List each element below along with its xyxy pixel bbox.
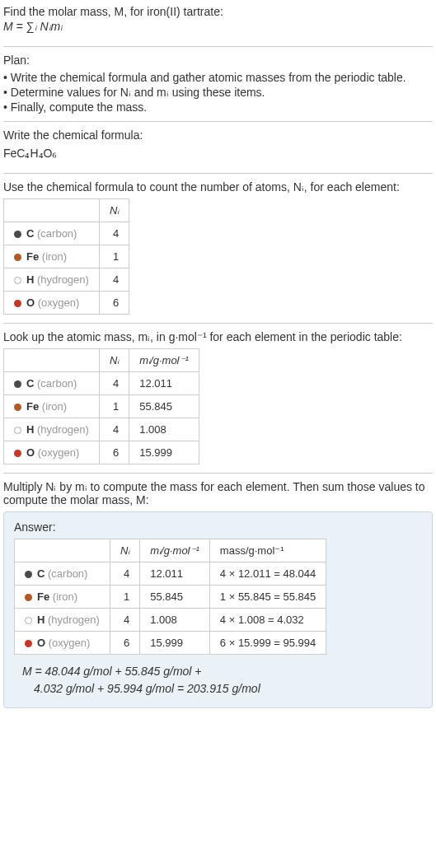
elem-name: (iron) [42, 250, 67, 263]
divider [3, 173, 433, 174]
mi-value: 12.011 [140, 562, 210, 586]
intro-formula: M = ∑ᵢ Nᵢmᵢ [3, 18, 433, 40]
mi-value: 55.845 [129, 395, 199, 418]
mass-block: Look up the atomic mass, mᵢ, in g·mol⁻¹ … [3, 330, 433, 464]
iron-dot-icon [25, 594, 32, 601]
elem-symbol: C [26, 377, 34, 390]
col-ni: Nᵢ [99, 199, 129, 222]
oxygen-dot-icon [14, 300, 21, 307]
compute-title: Multiply Nᵢ by mᵢ to compute the mass fo… [3, 480, 433, 506]
mi-value: 12.011 [129, 372, 199, 395]
table-row: O (oxygen) 6 [4, 292, 129, 315]
answer-box: Answer: Nᵢ mᵢ/g·mol⁻¹ mass/g·mol⁻¹ C (ca… [3, 511, 433, 708]
table-row: Fe (iron) 1 55.845 [4, 395, 199, 418]
mass-calc: 1 × 55.845 = 55.845 [209, 586, 326, 609]
count-block: Use the chemical formula to count the nu… [3, 180, 433, 315]
mi-value: 15.999 [129, 441, 199, 464]
ni-value: 6 [99, 441, 129, 464]
divider [3, 323, 433, 324]
mass-calc: 4 × 1.008 = 4.032 [209, 609, 326, 632]
ni-value: 1 [110, 586, 139, 609]
final-equation: M = 48.044 g/mol + 55.845 g/mol + 4.032 … [22, 663, 422, 698]
ni-value: 6 [99, 292, 129, 315]
mi-value: 1.008 [129, 418, 199, 441]
iron-dot-icon [14, 254, 21, 261]
mass-title: Look up the atomic mass, mᵢ, in g·mol⁻¹ … [3, 330, 433, 343]
plan-list: • Write the chemical formula and gather … [3, 70, 433, 114]
hydrogen-dot-icon [14, 277, 21, 284]
carbon-dot-icon [25, 571, 32, 578]
carbon-dot-icon [14, 380, 21, 388]
table-header-row: Nᵢ [4, 199, 129, 222]
compute-block: Multiply Nᵢ by mᵢ to compute the mass fo… [3, 480, 433, 708]
ni-value: 6 [110, 632, 139, 655]
elem-symbol: H [37, 614, 45, 626]
elem-name: (oxygen) [38, 446, 80, 459]
mass-table: Nᵢ mᵢ/g·mol⁻¹ C (carbon) 4 12.011 Fe (ir… [3, 348, 199, 464]
elem-name: (carbon) [48, 567, 87, 580]
answer-label: Answer: [14, 520, 422, 534]
answer-table: Nᵢ mᵢ/g·mol⁻¹ mass/g·mol⁻¹ C (carbon) 4 … [14, 539, 326, 655]
plan-block: Plan: • Write the chemical formula and g… [3, 54, 433, 114]
table-row: C (carbon) 4 12.011 4 × 12.011 = 48.044 [15, 562, 326, 586]
table-row: O (oxygen) 6 15.999 6 × 15.999 = 95.994 [15, 632, 326, 655]
table-row: Fe (iron) 1 55.845 1 × 55.845 = 55.845 [15, 586, 326, 609]
col-mi: mᵢ/g·mol⁻¹ [129, 349, 199, 372]
ni-value: 4 [99, 222, 129, 245]
elem-symbol: C [37, 567, 45, 580]
plan-title: Plan: [3, 54, 433, 67]
plan-item: • Finally, compute the mass. [3, 100, 433, 114]
elem-name: (hydrogen) [37, 273, 89, 286]
carbon-dot-icon [14, 231, 21, 238]
table-row: C (carbon) 4 [4, 222, 129, 245]
chem-formula: FeC₄H₄O₆ [3, 145, 433, 166]
count-title: Use the chemical formula to count the nu… [3, 180, 433, 194]
elem-symbol: O [26, 296, 35, 309]
elem-name: (iron) [53, 590, 77, 603]
mi-value: 15.999 [140, 632, 210, 655]
mass-calc: 4 × 12.011 = 48.044 [209, 562, 326, 586]
chem-block: Write the chemical formula: FeC₄H₄O₆ [3, 128, 433, 166]
table-row: H (hydrogen) 4 1.008 4 × 1.008 = 4.032 [15, 609, 326, 632]
table-row: H (hydrogen) 4 [4, 268, 129, 292]
elem-name: (oxygen) [38, 296, 80, 309]
col-ni: Nᵢ [110, 539, 139, 562]
ni-value: 4 [99, 418, 129, 441]
elem-symbol: Fe [37, 590, 49, 603]
col-ni: Nᵢ [99, 349, 129, 372]
hydrogen-dot-icon [25, 617, 32, 624]
table-row: O (oxygen) 6 15.999 [4, 441, 199, 464]
elem-symbol: Fe [26, 250, 39, 263]
count-table: Nᵢ C (carbon) 4 Fe (iron) 1 H (hydrogen)… [3, 198, 129, 315]
elem-symbol: C [26, 227, 34, 240]
table-row: H (hydrogen) 4 1.008 [4, 418, 199, 441]
divider [3, 46, 433, 47]
table-row: C (carbon) 4 12.011 [4, 372, 199, 395]
chem-title: Write the chemical formula: [3, 128, 433, 142]
elem-name: (oxygen) [49, 637, 91, 649]
table-row: Fe (iron) 1 [4, 245, 129, 268]
ni-value: 4 [99, 372, 129, 395]
divider [3, 121, 433, 122]
elem-symbol: Fe [26, 400, 39, 413]
ni-value: 4 [99, 268, 129, 292]
elem-symbol: O [26, 446, 35, 459]
mi-value: 1.008 [140, 609, 210, 632]
oxygen-dot-icon [14, 450, 21, 457]
elem-name: (hydrogen) [37, 423, 89, 436]
divider [3, 473, 433, 474]
intro-text: Find the molar mass, M, for iron(II) tar… [3, 5, 433, 18]
final-line-1: M = 48.044 g/mol + 55.845 g/mol + [22, 663, 422, 680]
elem-symbol: H [26, 273, 34, 286]
elem-name: (carbon) [37, 227, 77, 240]
mass-calc: 6 × 15.999 = 95.994 [209, 632, 326, 655]
page-root: Find the molar mass, M, for iron(II) tar… [0, 0, 436, 716]
ni-value: 1 [99, 245, 129, 268]
iron-dot-icon [14, 404, 21, 411]
ni-value: 4 [110, 609, 139, 632]
ni-value: 1 [99, 395, 129, 418]
intro-block: Find the molar mass, M, for iron(II) tar… [3, 5, 433, 40]
plan-item: • Determine values for Nᵢ and mᵢ using t… [3, 85, 433, 100]
elem-name: (carbon) [37, 377, 77, 390]
elem-name: (hydrogen) [48, 614, 100, 626]
